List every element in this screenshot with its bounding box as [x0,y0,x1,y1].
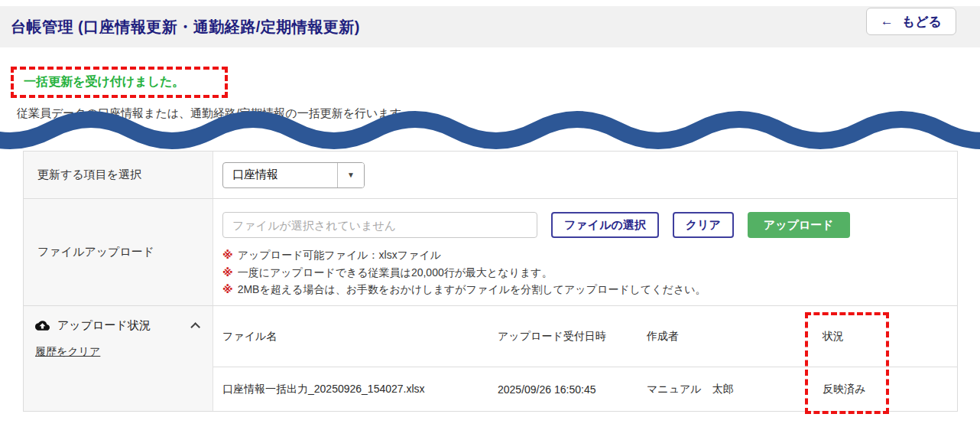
upload-status-content-cell: ファイル名 アップロード受付日時 作成者 状況 口座情報一括出力_2025092… [213,306,957,411]
page-title: 台帳管理 (口座情報更新・通勤経路/定期情報更新) [11,17,360,37]
upload-status-row: アップロード状況 履歴をクリア ファイル名 アップロード受付日時 作成者 状況 … [24,306,957,411]
cloud-upload-icon [35,318,50,333]
select-item-content-cell: 口座情報 ▼ [213,152,957,198]
note-marker: ※ [222,264,233,282]
cell-creator: マニュアル 太郎 [647,383,823,396]
upload-note-text: 一度にアップロードできる従業員は20,000行が最大となります。 [238,264,553,282]
upload-status-table: ファイル名 アップロード受付日時 作成者 状況 口座情報一括出力_2025092… [213,306,957,411]
cell-status: 反映済み [823,383,957,396]
table-row: 口座情報一括出力_20250926_154027.xlsx 2025/09/26… [213,367,957,411]
select-item-label-cell: 更新する項目を選択 [24,152,213,198]
note-marker: ※ [222,246,233,264]
upload-note: ※ 一度にアップロードできる従業員は20,000行が最大となります。 [222,264,957,282]
back-button-label: もどる [902,13,942,31]
truncation-wave-graphic [0,107,980,153]
form-table: 更新する項目を選択 口座情報 ▼ ファイルアップロード ファイルの選択 クリア [23,151,958,412]
cell-datetime: 2025/09/26 16:50:45 [498,383,647,396]
column-header-creator: 作成者 [647,330,823,344]
upload-note-text: アップロード可能ファイル：xlsxファイル [238,246,441,264]
file-upload-label-cell: ファイルアップロード [24,199,213,305]
upload-note: ※ アップロード可能ファイル：xlsxファイル [222,246,957,264]
success-message: 一括更新を受け付けました。 [24,74,184,90]
file-upload-label: ファイルアップロード [37,245,154,259]
file-upload-content-cell: ファイルの選択 クリア アップロード ※ アップロード可能ファイル：xlsxファ… [213,199,957,305]
back-arrow-icon: ← [881,14,894,29]
cell-filename: 口座情報一括出力_20250926_154027.xlsx [222,383,498,396]
update-item-select[interactable]: 口座情報 ▼ [222,162,365,188]
upload-status-label-cell: アップロード状況 履歴をクリア [24,306,213,411]
column-header-datetime: アップロード受付日時 [498,330,647,344]
file-upload-row: ファイルアップロード ファイルの選択 クリア アップロード ※ アップロード可能… [24,199,957,306]
upload-notes: ※ アップロード可能ファイル：xlsxファイル ※ 一度にアップロードできる従業… [222,246,957,298]
upload-button[interactable]: アップロード [748,212,850,238]
upload-status-title: アップロード状況 [57,318,151,333]
file-name-input[interactable] [222,212,537,238]
top-header-bar: 台帳管理 (口座情報更新・通勤経路/定期情報更新) [0,6,980,47]
clear-button[interactable]: クリア [673,212,734,238]
chevron-up-icon[interactable] [190,322,200,332]
select-item-label: 更新する項目を選択 [37,168,141,182]
choose-file-button[interactable]: ファイルの選択 [551,212,659,238]
page: 台帳管理 (口座情報更新・通勤経路/定期情報更新) ← もどる 一括更新を受け付… [0,0,980,427]
chevron-down-icon[interactable]: ▼ [337,163,364,187]
select-item-row: 更新する項目を選択 口座情報 ▼ [24,152,957,199]
upload-note: ※ 2MBを超える場合は、お手数をおかけしますがファイルを分割してアップロードし… [222,281,957,298]
column-header-status: 状況 [823,330,957,344]
note-marker: ※ [222,281,233,298]
clear-history-link[interactable]: 履歴をクリア [35,345,100,359]
back-button[interactable]: ← もどる [866,8,956,35]
upload-status-table-header: ファイル名 アップロード受付日時 作成者 状況 [213,306,957,367]
upload-note-text: 2MBを超える場合は、お手数をおかけしますがファイルを分割してアップロードしてく… [238,281,706,298]
annotation-box-message: 一括更新を受け付けました。 [11,67,228,98]
update-item-selected-value: 口座情報 [223,163,337,187]
column-header-filename: ファイル名 [222,330,498,344]
